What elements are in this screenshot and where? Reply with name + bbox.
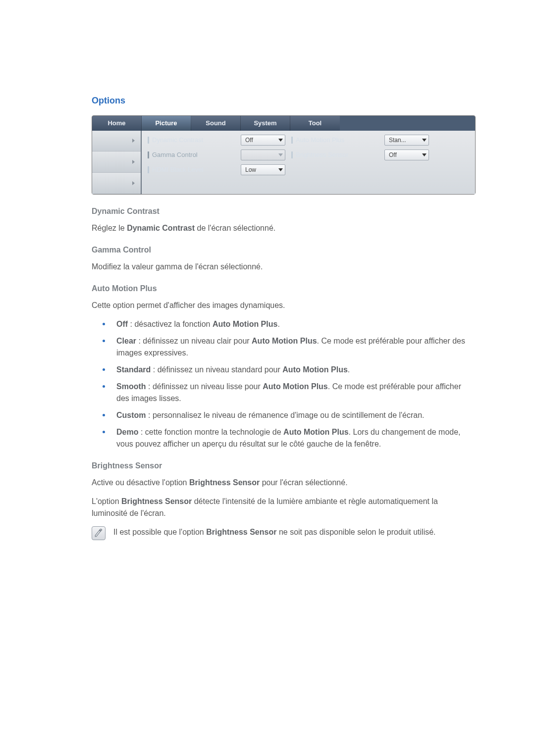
chevron-right-icon xyxy=(132,135,136,147)
list-item: Demo : cette fonction montre la technolo… xyxy=(92,426,476,450)
brightness-sensor-dropdown[interactable]: Off xyxy=(384,150,429,160)
gamma-control-dropdown xyxy=(241,150,285,160)
chevron-right-icon xyxy=(132,156,136,168)
chevron-down-icon xyxy=(422,139,427,142)
chevron-right-icon xyxy=(132,177,136,189)
chevron-down-icon xyxy=(278,153,283,156)
hdmi-black-level-label: HDMI Black Level xyxy=(148,165,235,175)
dynamic-contrast-label: Dynamic Contrast xyxy=(148,135,235,145)
dynamic-contrast-dropdown[interactable]: Off xyxy=(241,135,285,146)
chevron-down-icon xyxy=(422,153,427,156)
brightness-sensor-label: Brightness Sensor xyxy=(291,150,378,160)
text-bs-2: L'option Brightness Sensor détecte l'int… xyxy=(92,496,476,519)
dropdown-value: Stan... xyxy=(389,136,406,145)
dropdown-value: Off xyxy=(389,151,397,159)
tabs-row: Home Picture Sound System Tool xyxy=(92,116,475,131)
options-grid: Dynamic Contrast Off Auto Motion Plus St… xyxy=(142,131,475,194)
tab-home[interactable]: Home xyxy=(92,116,142,131)
text-bs-1: Active ou désactive l'option Brightness … xyxy=(92,477,476,489)
dropdown-value: Low xyxy=(245,165,256,174)
text-gamma-control: Modifiez la valeur gamma de l'écran séle… xyxy=(92,261,476,273)
chevron-down-icon xyxy=(278,168,283,171)
page-title: Options xyxy=(92,94,476,107)
list-item: Standard : définissez un niveau standard… xyxy=(92,364,476,376)
tab-sound[interactable]: Sound xyxy=(191,116,241,131)
text-dynamic-contrast: Réglez le Dynamic Contrast de l'écran sé… xyxy=(92,222,476,234)
chevron-down-icon xyxy=(278,139,283,142)
subtab-2[interactable] xyxy=(92,151,141,173)
list-item: Off : désactivez la fonction Auto Motion… xyxy=(92,318,476,330)
subtab-strip xyxy=(92,131,142,194)
note-row: Il est possible que l'option Brightness … xyxy=(92,526,476,545)
picture-options-panel: Home Picture Sound System Tool Dynamic C… xyxy=(92,115,476,195)
note-text: Il est possible que l'option Brightness … xyxy=(113,526,436,538)
heading-gamma-control: Gamma Control xyxy=(92,244,476,256)
gamma-control-label: Gamma Control xyxy=(148,150,235,160)
auto-motion-plus-label: Auto Motion Plus xyxy=(291,135,378,145)
note-icon xyxy=(92,526,106,540)
auto-motion-plus-dropdown[interactable]: Stan... xyxy=(384,135,429,146)
hdmi-black-level-dropdown[interactable]: Low xyxy=(241,164,285,175)
tab-system[interactable]: System xyxy=(241,116,290,131)
subtab-3[interactable] xyxy=(92,173,141,194)
subtab-1[interactable] xyxy=(92,131,141,152)
heading-dynamic-contrast: Dynamic Contrast xyxy=(92,205,476,217)
heading-brightness-sensor: Brightness Sensor xyxy=(92,460,476,472)
list-item: Custom : personnalisez le niveau de réma… xyxy=(92,409,476,421)
text-amp-intro: Cette option permet d'afficher des image… xyxy=(92,300,476,311)
tab-picture[interactable]: Picture xyxy=(142,116,191,131)
list-item: Clear : définissez un niveau clair pour … xyxy=(92,335,476,359)
list-item: Smooth : définissez un niveau lisse pour… xyxy=(92,381,476,404)
tab-tool[interactable]: Tool xyxy=(290,116,340,131)
dropdown-value: Off xyxy=(245,136,253,145)
heading-auto-motion-plus: Auto Motion Plus xyxy=(92,283,476,295)
amp-options-list: Off : désactivez la fonction Auto Motion… xyxy=(92,318,476,450)
